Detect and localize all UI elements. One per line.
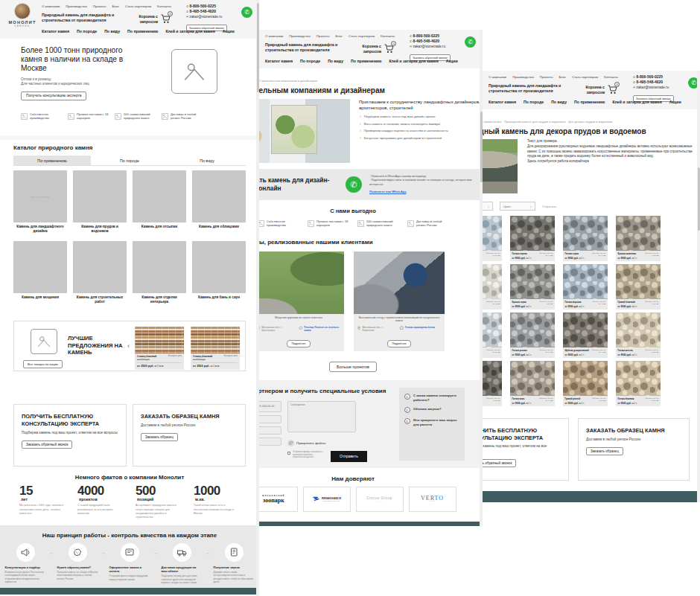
product-card[interactable]: Галька серая от 9000 руб. за 1 т. Фасовк… xyxy=(563,216,608,261)
product-card[interactable]: Галька микс от 9000 руб. за 1 т. Фасовка… xyxy=(510,361,555,406)
order-sample-button[interactable]: Заказать образец xyxy=(586,447,623,455)
product-card[interactable]: Галька бежевая от 9000 руб. за 1 т. Фасо… xyxy=(616,361,661,406)
offer-product-card[interactable]: Сланец бежевый Выгодная цена от 4400 руб… xyxy=(135,327,184,370)
breadcrumb[interactable]: Стать партнером · Строительным компаниям… xyxy=(259,79,483,83)
more-projects-button[interactable]: Больше проектов xyxy=(329,362,377,372)
menu-link[interactable]: По виду xyxy=(328,59,343,63)
menu-link[interactable]: По виду xyxy=(551,100,567,104)
phone-field[interactable] xyxy=(259,401,281,412)
nav-link[interactable]: О компании xyxy=(42,4,60,8)
menu-link[interactable]: Акции xyxy=(669,100,681,104)
catalog-card[interactable]: Камень для бань и саун xyxy=(192,241,246,304)
tab-by-application[interactable]: По применению xyxy=(13,156,91,165)
nav-link[interactable]: Стать партнером xyxy=(572,75,598,79)
email-link[interactable]: zakaz@stonetrade.ru xyxy=(410,45,463,48)
tab-by-breed[interactable]: По породе xyxy=(91,156,168,165)
product-card[interactable]: Галька белая от 9000 руб. за 1 т. Фасовк… xyxy=(483,216,502,261)
catalog-card[interactable]: Камень для мощения xyxy=(13,241,67,304)
reset-filters-link[interactable]: Сбросить xyxy=(542,205,557,208)
client-logo-moscow-zoo[interactable]: московский зоопарк xyxy=(259,487,298,512)
phone-link-2[interactable]: 8-495-548-4020 xyxy=(633,80,687,85)
email-field[interactable] xyxy=(259,415,281,423)
project-stone-link[interactable]: Плитняк Лемезит из зеленого камня xyxy=(299,326,340,332)
logo[interactable]: МОНОЛИТ КАМЕНЬ xyxy=(483,74,486,98)
message-field[interactable] xyxy=(287,401,356,432)
nav-link[interactable]: Проекты xyxy=(316,34,330,38)
nav-link[interactable]: Блог xyxy=(335,34,343,38)
product-card[interactable]: Галька желтая от 9000 руб. за 1 т. Фасов… xyxy=(616,313,661,358)
breadcrumb[interactable]: Каталог камня · По применению · Природны… xyxy=(483,120,700,124)
nav-link[interactable]: О компании xyxy=(265,34,283,38)
client-logo-verto[interactable]: VERTO ~ ~ ~ xyxy=(409,487,456,512)
consent-checkbox[interactable] xyxy=(287,452,290,455)
product-card[interactable]: Галька черная от 9000 руб. за 1 т. Фасов… xyxy=(510,216,555,261)
attach-files-button[interactable]: Прикрепить файлы xyxy=(287,440,367,446)
nav-link[interactable]: Контакты xyxy=(157,4,171,8)
product-card[interactable]: Галька голубая от 9000 руб. за 1 т. Фасо… xyxy=(483,313,502,358)
cart-button[interactable]: Корзина с запросом 0 xyxy=(582,85,618,94)
menu-link[interactable]: По породе xyxy=(300,59,320,63)
email-link[interactable]: zakaz@stonetrade.ru xyxy=(186,15,240,19)
catalog-card[interactable]: Камень для отделки интерьера xyxy=(133,241,186,304)
nav-link[interactable]: Проекты xyxy=(540,75,553,79)
color-filter[interactable]: Цвет... ↓ xyxy=(500,202,535,211)
menu-link[interactable]: Клей и затирка для камня xyxy=(612,100,661,104)
product-card[interactable]: Галька речная от 9000 руб. за 1 т. Фасов… xyxy=(510,313,555,358)
project-details-button[interactable]: Подробнее xyxy=(287,340,310,347)
catalog-card[interactable]: Камень для облицовки xyxy=(192,170,246,234)
whatsapp-call-link[interactable]: Позвонить нам WhatsApp xyxy=(369,190,407,194)
nav-link[interactable]: Производство xyxy=(512,75,534,79)
menu-link[interactable]: Клей и затирка для камня xyxy=(389,59,438,63)
nav-link[interactable]: Производство xyxy=(289,34,311,38)
name-field[interactable] xyxy=(259,426,281,435)
product-card[interactable]: Мрамор колотый от 9000 руб. за 1 т. Фасо… xyxy=(483,264,502,310)
stone-type-filter[interactable]: Камни ... ↓ xyxy=(483,202,493,211)
project-card[interactable]: Выставочный стенд с применением композиц… xyxy=(354,251,445,351)
logo[interactable]: МОНОЛИТ КАМЕНЬ xyxy=(6,3,39,28)
catalog-card[interactable]: Камень для строительных работ xyxy=(73,241,127,304)
phone-link-1[interactable]: 8-800-500-0225 xyxy=(186,4,240,9)
nav-link[interactable]: Производство xyxy=(66,4,87,8)
company-field[interactable] xyxy=(259,438,281,446)
nav-link[interactable]: Стать партнером xyxy=(125,4,151,8)
menu-link[interactable]: По породе xyxy=(524,100,544,104)
menu-link[interactable]: Каталог камня xyxy=(265,59,293,63)
nav-link[interactable]: Проекты xyxy=(93,4,106,8)
callback-request-button[interactable]: Заказать обратный звонок xyxy=(22,440,72,449)
catalog-card[interactable]: фотопример Камень для ландшафтного дизай… xyxy=(13,170,67,234)
email-link[interactable]: zakaz@stonetrade.ru xyxy=(633,86,687,89)
cart-button[interactable]: Корзина с запросом 0 xyxy=(136,14,171,24)
nav-link[interactable]: О компании xyxy=(489,75,506,79)
menu-link[interactable]: Клей и затирка для камня xyxy=(165,29,214,33)
catalog-card[interactable]: Камень для прудов и водоемов xyxy=(73,170,127,234)
client-logo-crocus[interactable]: Crocus Group ───────── xyxy=(356,487,404,512)
callback-request-button[interactable]: Заказать обратный звонок xyxy=(483,459,516,467)
cart-button[interactable]: Корзина с запросом 0 xyxy=(359,44,395,54)
product-card[interactable]: Галька морская от 9000 руб. за 1 т. Фасо… xyxy=(563,264,608,310)
order-sample-button[interactable]: Заказать образец xyxy=(141,433,178,441)
whatsapp-icon[interactable]: ✆ xyxy=(346,176,362,193)
menu-link[interactable]: Акции xyxy=(223,29,235,33)
menu-link[interactable]: По виду xyxy=(104,29,120,33)
carousel-prev-icon[interactable]: ‹ xyxy=(127,342,130,350)
scrollbar[interactable] xyxy=(480,30,483,526)
product-card[interactable]: Крошка каменная от 9000 руб. за 1 т. Фас… xyxy=(616,216,661,261)
menu-link[interactable]: По применению xyxy=(574,100,605,104)
nav-link[interactable]: Контакты xyxy=(381,34,395,38)
menu-link[interactable]: Каталог камня xyxy=(489,100,516,104)
project-stone-link[interactable]: Галька мраморная белая xyxy=(399,326,441,332)
nav-link[interactable]: Контакты xyxy=(604,75,618,79)
product-card[interactable]: Щебень декоративный от 9000 руб. за 1 т.… xyxy=(563,313,608,358)
phone-link-2[interactable]: 8-495-548-4020 xyxy=(186,9,240,14)
nav-link[interactable]: Блог xyxy=(112,4,119,8)
product-card[interactable]: Крошка темная от 9000 руб. за 1 т. Фасов… xyxy=(483,361,502,406)
phone-link-1[interactable]: 8-800-500-0225 xyxy=(633,74,687,80)
nav-link[interactable]: Блог xyxy=(559,75,566,79)
scrollbar[interactable] xyxy=(256,0,259,596)
menu-link[interactable]: По породе xyxy=(77,29,97,33)
menu-link[interactable]: Каталог камня xyxy=(42,29,69,33)
menu-link[interactable]: По применению xyxy=(127,29,158,33)
tab-by-type[interactable]: По виду xyxy=(168,156,246,165)
client-logo-renaissance[interactable]: RENAISSANCE CONSTRUCTION xyxy=(303,487,351,512)
project-details-button[interactable]: Подробнее xyxy=(387,340,410,347)
